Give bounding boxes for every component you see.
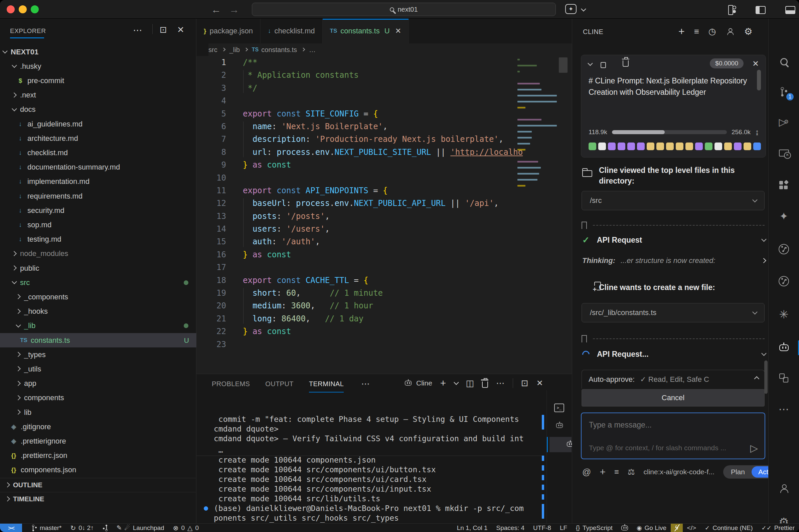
kill-terminal-icon[interactable] (482, 381, 488, 388)
tree-item-checklist.md[interactable]: ↓checklist.md (0, 146, 196, 160)
send-icon[interactable]: ▷ (750, 442, 758, 454)
nav-back-icon[interactable]: ← (211, 4, 221, 15)
traffic-minimize-button[interactable] (19, 5, 27, 13)
message-input[interactable]: Type a message... Type @ for context, / … (581, 413, 765, 459)
tree-item-_hooks[interactable]: _hooks (0, 304, 196, 319)
traffic-zoom-button[interactable] (31, 5, 39, 13)
activity-remote-icon[interactable] (768, 145, 799, 161)
tree-item-src[interactable]: src (0, 276, 196, 290)
tab-problems[interactable]: PROBLEMS (212, 380, 250, 388)
activity-scm-icon[interactable]: 1 (768, 84, 799, 100)
tree-item-_utils[interactable]: _utils (0, 362, 196, 376)
status-bolt[interactable]: ϟ (671, 524, 683, 532)
cline-session-icon[interactable] (556, 423, 563, 428)
terminal-dropdown-icon[interactable] (454, 379, 459, 385)
activity-search-icon[interactable] (768, 54, 799, 70)
editor-scrollbar[interactable] (559, 57, 567, 73)
breadcrumb-item[interactable]: TSconstants.ts (252, 46, 297, 54)
tree-item-_components[interactable]: _components (0, 290, 196, 304)
copilot-chevron-icon[interactable] (581, 6, 586, 12)
tree-item-components.json[interactable]: {}components.json (0, 463, 196, 477)
git-graph-item[interactable] (98, 524, 112, 532)
cancel-button[interactable]: Cancel (582, 389, 765, 406)
settings-icon[interactable]: ⚙ (744, 26, 752, 37)
code-editor[interactable]: 1/**2 * Application constants3 */45expor… (196, 56, 572, 374)
tree-item-app[interactable]: app (0, 377, 196, 391)
maximize-panel-icon[interactable]: ⊡ (521, 378, 528, 388)
terminal-more-icon[interactable]: ⋯ (496, 378, 505, 388)
api-request-row[interactable]: ✓ API Request (582, 235, 765, 245)
tree-item-security.md[interactable]: ↓security.md (0, 203, 196, 217)
tree-item-.gitignore[interactable]: ◈.gitignore (0, 419, 196, 434)
explorer-close-icon[interactable]: ✕ (177, 25, 184, 35)
plan-option[interactable]: Plan (724, 466, 751, 478)
tab-terminal[interactable]: TERMINAL (309, 380, 344, 388)
copilot-chat-icon[interactable]: ✦ (565, 4, 577, 14)
remote-indicator[interactable]: >< (0, 524, 22, 532)
tree-item-public[interactable]: public (0, 261, 196, 276)
status-continue-ne-[interactable]: ✓Continue (NE) (701, 524, 757, 532)
tree-item-.prettierrc.json[interactable]: {}.prettierrc.json (0, 449, 196, 463)
traffic-close-button[interactable] (7, 5, 15, 13)
tree-item-docs[interactable]: docs (0, 102, 196, 117)
explorer-more-icon[interactable]: ⋯ (133, 25, 142, 36)
command-center-search[interactable]: next01 (252, 3, 556, 16)
rules-icon[interactable]: ⚖ (628, 467, 635, 477)
activity-gitc-icon[interactable] (768, 241, 799, 257)
activity-robot-icon[interactable] (768, 340, 799, 356)
close-tab-icon[interactable]: ✕ (395, 27, 401, 35)
nav-forward-icon[interactable]: → (229, 4, 239, 15)
tree-item-.next[interactable]: .next (0, 88, 196, 102)
terminal-content[interactable]: commit -m "feat: complete Phase 4 setup … (196, 390, 546, 524)
breadcrumb-item[interactable]: _lib (230, 46, 240, 54)
newfile-path-dropdown[interactable]: /src/_lib/constants.ts (582, 303, 765, 322)
mcp-icon[interactable]: ≡ (614, 467, 619, 477)
status-spaces-4[interactable]: Spaces: 4 (492, 524, 529, 532)
terminal-session-icon[interactable]: >_ (554, 403, 564, 412)
tree-item-node_modules[interactable]: node_modules (0, 247, 196, 261)
tree-item-NEXT01[interactable]: NEXT01 (0, 45, 196, 59)
add-context-icon[interactable]: + (600, 466, 605, 478)
new-terminal-icon[interactable]: + (440, 378, 446, 389)
activity-more-icon[interactable]: ⋯ (768, 401, 799, 417)
new-task-icon[interactable]: + (678, 25, 685, 38)
panel-tabs-more-icon[interactable]: ⋯ (361, 379, 370, 389)
tree-item-testing.md[interactable]: ↓testing.md (0, 232, 196, 247)
collapse-task-icon[interactable] (587, 61, 593, 66)
api-request-pending-row[interactable]: API Request... (582, 350, 765, 359)
toggle-panel-icon[interactable] (785, 6, 795, 14)
task-scrollbar[interactable] (757, 70, 761, 91)
checkpoint-separator[interactable] (582, 222, 765, 229)
tab-output[interactable]: OUTPUT (265, 380, 294, 388)
tree-item-pre-commit[interactable]: $pre-commit (0, 73, 196, 88)
auto-approve-bar[interactable]: Auto-approve: ✓ Read, Edit, Safe C (582, 370, 765, 388)
toggle-sidebar-icon[interactable] (756, 6, 766, 14)
mcp-servers-icon[interactable]: ≡ (694, 26, 699, 37)
tree-item-architecture.md[interactable]: ↓architecture.md (0, 131, 196, 146)
mention-icon[interactable]: @ (582, 467, 591, 477)
git-branch-item[interactable]: master* (28, 524, 66, 532)
problems-item[interactable]: ⊗0△0 (169, 524, 203, 532)
outline-section-header[interactable]: OUTLINE (0, 478, 196, 492)
editor-tab-constants.ts[interactable]: TSconstants.ts U ✕ (323, 19, 409, 43)
delete-task-icon[interactable] (623, 60, 629, 67)
copy-icon[interactable] (601, 62, 606, 68)
status-robot[interactable] (617, 524, 632, 532)
status-lf[interactable]: LF (556, 524, 571, 532)
minimap[interactable] (516, 56, 558, 374)
status--[interactable]: </> (683, 524, 701, 532)
tree-item-constants.ts[interactable]: TSconstants.ts U (0, 333, 196, 347)
breadcrumb[interactable]: src_libTSconstants.ts… (208, 43, 572, 56)
tree-item-ai_guidelines.md[interactable]: ↓ai_guidelines.md (0, 117, 196, 131)
status-go-live[interactable]: ◉Go Live (632, 524, 671, 532)
activity-openai-icon[interactable]: ✳ (768, 306, 799, 322)
checkpoint-separator[interactable] (582, 335, 765, 342)
tree-item-requirements.md[interactable]: ↓requirements.md (0, 189, 196, 203)
activity-sparkle-icon[interactable]: ✦ (768, 208, 799, 224)
status-typescript[interactable]: {}TypeScript (571, 524, 617, 532)
activity-gitm-icon[interactable] (768, 273, 799, 289)
activity-debug-icon[interactable]: ▷⚙ (768, 114, 799, 130)
close-panel-icon[interactable]: ✕ (537, 379, 543, 388)
terminal-profile-cline[interactable]: Cline (403, 379, 432, 387)
activity-ext-icon[interactable] (768, 176, 799, 193)
